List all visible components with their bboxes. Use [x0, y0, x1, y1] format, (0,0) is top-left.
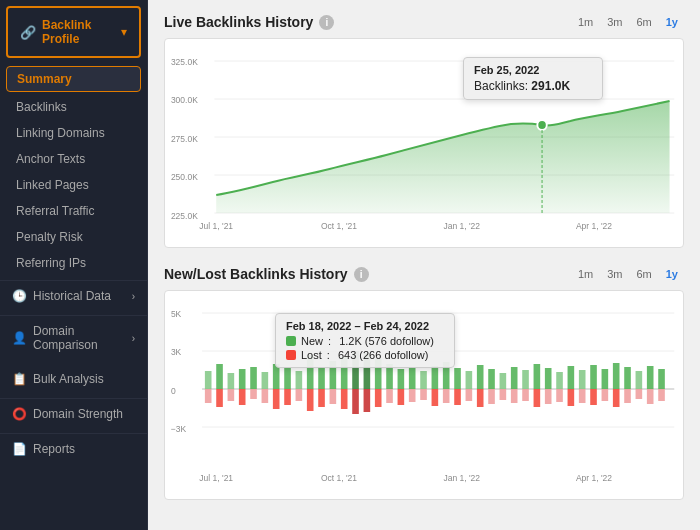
- svg-text:300.0K: 300.0K: [171, 95, 198, 105]
- bulk-analysis-icon: 📋: [12, 372, 27, 386]
- svg-rect-28: [250, 367, 257, 389]
- svg-rect-81: [386, 389, 393, 403]
- svg-text:Jan 1, '22: Jan 1, '22: [443, 473, 480, 483]
- svg-rect-49: [488, 369, 495, 389]
- time-btn2-1m[interactable]: 1m: [572, 266, 599, 282]
- svg-rect-44: [432, 366, 439, 389]
- svg-rect-74: [307, 389, 314, 411]
- historical-data-icon: 🕒: [12, 289, 27, 303]
- svg-rect-60: [613, 363, 620, 389]
- svg-rect-43: [420, 371, 427, 389]
- svg-rect-32: [296, 371, 303, 389]
- svg-text:Jan 1, '22: Jan 1, '22: [443, 221, 480, 231]
- svg-rect-51: [511, 367, 518, 389]
- sidebar-item-summary[interactable]: Summary: [6, 66, 141, 92]
- svg-text:0: 0: [171, 386, 176, 396]
- reports-icon: 📄: [12, 442, 27, 456]
- svg-rect-35: [330, 361, 337, 389]
- svg-rect-71: [273, 389, 280, 409]
- sidebar-item-reports[interactable]: 📄 Reports: [0, 433, 147, 464]
- time-btn2-3m[interactable]: 3m: [601, 266, 628, 282]
- chevron-down-icon: ▾: [121, 25, 127, 39]
- svg-rect-27: [239, 369, 246, 389]
- sidebar-item-penalty-risk[interactable]: Penalty Risk: [0, 224, 147, 250]
- svg-text:325.0K: 325.0K: [171, 57, 198, 67]
- svg-rect-24: [205, 371, 212, 389]
- time-btn-1y[interactable]: 1y: [660, 14, 684, 30]
- new-lost-backlinks-section: New/Lost Backlinks History i 1m 3m 6m 1y…: [164, 266, 684, 500]
- time-btn2-1y[interactable]: 1y: [660, 266, 684, 282]
- svg-rect-92: [511, 389, 518, 403]
- svg-rect-59: [602, 369, 609, 389]
- svg-rect-66: [216, 389, 223, 407]
- sidebar-item-referring-ips[interactable]: Referring IPs: [0, 250, 147, 276]
- svg-text:Oct 1, '21: Oct 1, '21: [321, 221, 357, 231]
- main-content: Live Backlinks History i 1m 3m 6m 1y Feb…: [148, 0, 700, 530]
- live-backlinks-info-icon[interactable]: i: [319, 15, 334, 30]
- svg-text:−3K: −3K: [171, 424, 187, 434]
- time-btn2-6m[interactable]: 6m: [630, 266, 657, 282]
- sidebar-item-backlinks[interactable]: Backlinks: [0, 94, 147, 120]
- svg-rect-87: [454, 389, 461, 405]
- svg-rect-82: [398, 389, 405, 405]
- sidebar-item-historical-data[interactable]: 🕒 Historical Data ›: [0, 280, 147, 311]
- backlink-profile-icon: 🔗: [20, 25, 36, 40]
- live-backlinks-header: Live Backlinks History i 1m 3m 6m 1y: [164, 14, 684, 30]
- svg-rect-39: [375, 359, 382, 389]
- svg-rect-84: [420, 389, 427, 400]
- svg-rect-73: [296, 389, 303, 401]
- sidebar-item-linking-domains[interactable]: Linking Domains: [0, 120, 147, 146]
- svg-text:Jul 1, '21: Jul 1, '21: [199, 221, 233, 231]
- new-lost-info-icon[interactable]: i: [354, 267, 369, 282]
- sidebar-item-domain-comparison[interactable]: 👤 Domain Comparison ›: [0, 315, 147, 360]
- sidebar: 🔗 Backlink Profile ▾ Summary Backlinks L…: [0, 0, 148, 530]
- svg-rect-77: [341, 389, 348, 409]
- svg-rect-95: [545, 389, 552, 404]
- svg-rect-36: [341, 357, 348, 389]
- svg-rect-56: [568, 366, 575, 389]
- svg-rect-41: [398, 369, 405, 389]
- backlink-profile-label: Backlink Profile: [42, 18, 121, 46]
- svg-rect-45: [443, 362, 450, 389]
- svg-rect-94: [534, 389, 541, 407]
- sidebar-item-linked-pages[interactable]: Linked Pages: [0, 172, 147, 198]
- svg-rect-93: [522, 389, 529, 401]
- sidebar-item-bulk-analysis[interactable]: 📋 Bulk Analysis: [0, 364, 147, 394]
- reports-label: Reports: [33, 442, 75, 456]
- svg-rect-48: [477, 365, 484, 389]
- svg-rect-25: [216, 364, 223, 389]
- svg-rect-88: [466, 389, 473, 401]
- svg-rect-62: [636, 371, 643, 389]
- live-backlinks-title: Live Backlinks History i: [164, 14, 334, 30]
- bulk-analysis-label: Bulk Analysis: [33, 372, 104, 386]
- sidebar-item-referral-traffic[interactable]: Referral Traffic: [0, 198, 147, 224]
- svg-rect-53: [534, 364, 541, 389]
- svg-rect-55: [556, 372, 563, 389]
- svg-rect-76: [330, 389, 337, 404]
- backlink-profile-menu[interactable]: 🔗 Backlink Profile ▾: [6, 6, 141, 58]
- svg-rect-29: [262, 372, 269, 389]
- live-backlinks-chart: Feb 25, 2022 Backlinks: 291.0K 325.0K 30…: [164, 38, 684, 248]
- svg-rect-100: [602, 389, 609, 401]
- svg-rect-26: [228, 373, 235, 389]
- sidebar-item-domain-strength[interactable]: ⭕ Domain Strength: [0, 398, 147, 429]
- svg-rect-34: [318, 367, 325, 389]
- time-btn-3m[interactable]: 3m: [601, 14, 628, 30]
- time-btn-1m[interactable]: 1m: [572, 14, 599, 30]
- svg-rect-96: [556, 389, 563, 402]
- svg-rect-57: [579, 370, 586, 389]
- new-lost-svg: 5K 3K 0 −3K: [169, 299, 679, 489]
- svg-rect-101: [613, 389, 620, 407]
- live-backlinks-svg: 325.0K 300.0K 275.0K 250.0K 225.0K: [169, 47, 679, 237]
- svg-rect-72: [284, 389, 291, 405]
- new-lost-time-buttons: 1m 3m 6m 1y: [572, 266, 684, 282]
- svg-rect-50: [500, 373, 507, 389]
- svg-rect-83: [409, 389, 416, 402]
- svg-rect-65: [205, 389, 212, 403]
- svg-text:3K: 3K: [171, 347, 182, 357]
- svg-rect-67: [228, 389, 235, 401]
- sidebar-item-anchor-texts[interactable]: Anchor Texts: [0, 146, 147, 172]
- time-btn-6m[interactable]: 6m: [630, 14, 657, 30]
- svg-rect-98: [579, 389, 586, 403]
- live-backlinks-time-buttons: 1m 3m 6m 1y: [572, 14, 684, 30]
